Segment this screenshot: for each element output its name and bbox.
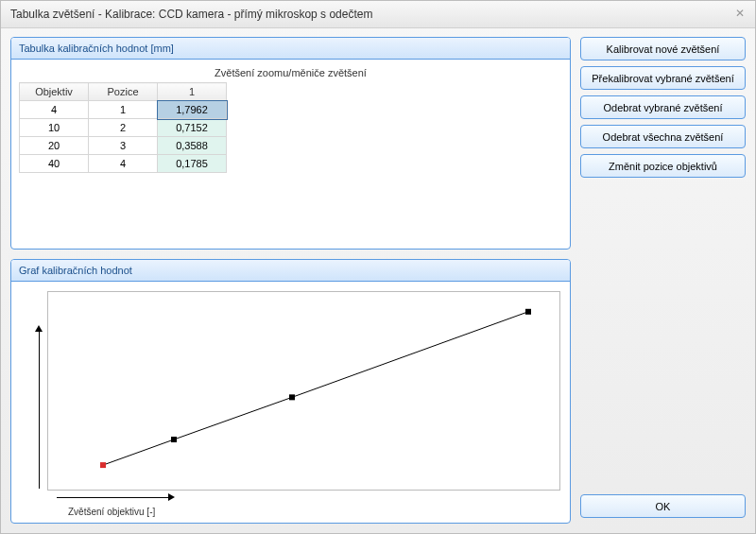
table-row[interactable]: 1020,7152 xyxy=(20,119,227,137)
cell-position[interactable]: 4 xyxy=(89,155,158,173)
cell-value[interactable]: 0,7152 xyxy=(158,119,227,137)
cell-value[interactable]: 0,1785 xyxy=(158,155,227,173)
data-point[interactable] xyxy=(100,462,106,468)
x-axis-label: Zvětšení objektivu [-] xyxy=(68,507,155,517)
table-row[interactable]: 4040,1785 xyxy=(20,155,227,173)
data-point[interactable] xyxy=(171,437,177,442)
cell-position[interactable]: 2 xyxy=(89,119,158,137)
calibration-table-panel: Tabulka kalibračních hodnot [mm] Zvětšen… xyxy=(10,37,571,250)
calibration-table[interactable]: Objektiv Pozice 1 411,79621020,71522030,… xyxy=(19,82,227,173)
cell-objective[interactable]: 20 xyxy=(20,137,89,155)
data-point[interactable] xyxy=(525,309,531,315)
recalibrate-selected-button[interactable]: Překalibrovat vybrané zvětšení xyxy=(580,66,746,90)
x-axis-arrow-icon xyxy=(57,494,170,502)
cell-objective[interactable]: 10 xyxy=(20,119,89,137)
calibration-graph-title: Graf kalibračních hodnot xyxy=(11,260,570,282)
content-area: Tabulka kalibračních hodnot [mm] Zvětšen… xyxy=(1,27,755,533)
plot-svg xyxy=(48,292,559,490)
table-row[interactable]: 411,7962 xyxy=(20,101,227,119)
titlebar[interactable]: Tabulka zvětšení - Kalibrace: CCD kamera… xyxy=(1,1,755,28)
cell-value[interactable]: 0,3588 xyxy=(158,137,227,155)
cell-objective[interactable]: 4 xyxy=(20,101,89,119)
window-title: Tabulka zvětšení - Kalibrace: CCD kamera… xyxy=(10,8,372,21)
table-row[interactable]: 2030,3588 xyxy=(20,137,227,155)
change-positions-button[interactable]: Změnit pozice objektivů xyxy=(580,154,746,178)
calibration-plot[interactable] xyxy=(47,291,560,491)
y-axis-arrow-icon xyxy=(36,330,43,489)
ok-button[interactable]: OK xyxy=(580,494,746,518)
calibrate-new-button[interactable]: Kalibrovat nové zvětšení xyxy=(580,37,746,60)
table-header-row: Objektiv Pozice 1 xyxy=(20,83,227,101)
cell-position[interactable]: 3 xyxy=(89,137,158,155)
data-point[interactable] xyxy=(289,394,295,400)
remove-selected-button[interactable]: Odebrat vybrané zvětšení xyxy=(580,95,746,119)
dialog-window: Tabulka zvětšení - Kalibrace: CCD kamera… xyxy=(0,0,756,534)
cell-value[interactable]: 1,7962 xyxy=(158,101,227,119)
col-objective[interactable]: Objektiv xyxy=(20,83,89,101)
remove-all-button[interactable]: Odebrat všechna zvětšení xyxy=(580,125,746,148)
calibration-graph-panel: Graf kalibračních hodnot 1/kalibrační ho… xyxy=(10,259,571,524)
zoom-caption: Zvětšení zoomu/měniče zvětšení xyxy=(19,67,562,78)
button-column: Kalibrovat nové zvětšení Překalibrovat v… xyxy=(580,37,746,524)
calibration-table-title: Tabulka kalibračních hodnot [mm] xyxy=(11,38,570,60)
cell-objective[interactable]: 40 xyxy=(20,155,89,173)
col-zoom-1[interactable]: 1 xyxy=(158,83,227,101)
close-icon[interactable]: ✕ xyxy=(730,5,749,22)
cell-position[interactable]: 1 xyxy=(89,101,158,119)
col-position[interactable]: Pozice xyxy=(89,83,158,101)
